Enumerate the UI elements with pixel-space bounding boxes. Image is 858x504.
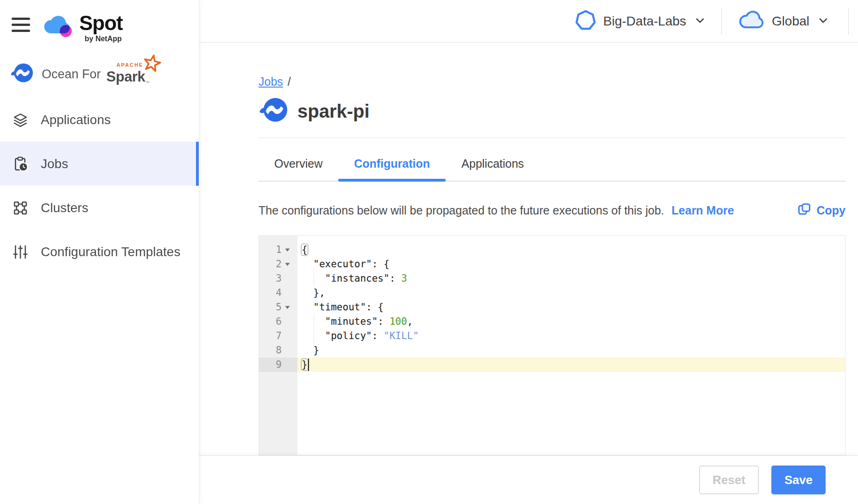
spark-job-icon: [259, 97, 289, 126]
spark-wordmark: Spark: [107, 69, 145, 85]
code-token: ,: [407, 316, 413, 327]
page-title: spark-pi: [297, 101, 370, 122]
spark-star-icon: [140, 52, 164, 76]
indent-guide: [314, 315, 314, 329]
clipboard-clock-icon: [12, 156, 29, 172]
line-number: 1: [276, 243, 282, 257]
ocean-wave-icon: [10, 63, 34, 86]
sidebar-item-jobs[interactable]: Jobs: [0, 142, 199, 186]
gutter-line: 4: [259, 286, 297, 300]
code-line[interactable]: }: [297, 343, 845, 358]
code-line[interactable]: },: [297, 286, 845, 300]
indent-guide: [314, 271, 314, 286]
line-number: 7: [276, 329, 282, 343]
gutter-line: 8: [259, 343, 297, 358]
brand-byline: by NetApp: [85, 35, 122, 43]
fold-caret-icon[interactable]: [284, 262, 290, 266]
app-window: Spot by NetApp Ocean For APACHE Spark™: [0, 0, 858, 504]
save-button[interactable]: Save: [771, 466, 826, 494]
reset-button[interactable]: Reset: [699, 466, 759, 494]
breadcrumb-jobs-link[interactable]: Jobs: [259, 75, 283, 88]
heptagon-icon: [574, 9, 597, 33]
org-selector[interactable]: Big-Data-Labs: [574, 9, 706, 33]
code-token: }: [302, 359, 308, 370]
sidebar-nav: ApplicationsJobsClustersConfiguration Te…: [0, 98, 199, 274]
spot-logo: Spot by NetApp: [44, 14, 123, 43]
footer-action-bar: Reset Save: [199, 455, 858, 504]
line-number: 2: [276, 257, 282, 271]
org-selector-label: Big-Data-Labs: [603, 14, 686, 29]
sidebar-item-applications[interactable]: Applications: [0, 98, 199, 142]
breadcrumb: Jobs/: [259, 75, 845, 88]
code-line[interactable]: "instances": 3: [297, 271, 845, 286]
line-number: 3: [276, 271, 282, 286]
code-token: "timeout": {: [302, 302, 384, 313]
content: Jobs/ spark-pi OverviewConfigurationAppl…: [199, 43, 858, 455]
learn-more-link[interactable]: Learn More: [672, 204, 734, 217]
gutter-line: 2: [259, 257, 297, 271]
description-row: The configurations below will be propaga…: [259, 203, 845, 218]
gutter-line: 6: [259, 315, 297, 329]
tabs: OverviewConfigurationApplications: [259, 138, 845, 182]
code-line[interactable]: "timeout": {: [297, 300, 845, 315]
code-token: 100: [390, 316, 407, 327]
sliders-icon: [12, 244, 29, 260]
fold-caret-icon[interactable]: [284, 248, 290, 252]
code-line[interactable]: "policy": "KILL": [297, 329, 845, 343]
code-line[interactable]: "executor": {: [297, 257, 845, 271]
chevron-down-icon: [818, 15, 829, 28]
breadcrumb-separator: /: [288, 75, 291, 88]
sidebar-item-label: Applications: [41, 113, 111, 127]
editor-code-area[interactable]: { "executor": { "instances": 3 }, "timeo…: [297, 236, 845, 455]
title-row: spark-pi: [259, 97, 845, 126]
line-number: 9: [276, 358, 282, 372]
copy-icon: [798, 203, 811, 218]
trademark-symbol: ™: [145, 80, 150, 85]
hamburger-menu-icon[interactable]: [12, 18, 30, 32]
code-token: "instances":: [302, 273, 401, 284]
copy-button-label: Copy: [817, 204, 846, 217]
json-config-editor[interactable]: 123456789 { "executor": { "instances": 3…: [259, 235, 845, 455]
code-token: "KILL": [384, 330, 419, 341]
brand-row: Spot by NetApp: [0, 0, 199, 43]
line-number: 4: [276, 286, 282, 300]
spot-cloud-icon: [44, 14, 75, 42]
code-token: },: [302, 287, 325, 298]
scope-selector[interactable]: Global: [738, 10, 829, 33]
chevron-down-icon: [694, 15, 706, 28]
text-cursor: [308, 359, 309, 371]
sidebar-item-label: Clusters: [41, 201, 88, 215]
gutter-line: 9: [259, 358, 297, 372]
code-token: 3: [401, 273, 407, 284]
sidebar-item-clusters[interactable]: Clusters: [0, 186, 199, 230]
apache-label: APACHE: [117, 62, 144, 68]
editor-gutter: 123456789: [259, 236, 297, 455]
tab-overview[interactable]: Overview: [259, 157, 338, 181]
product-logo: Ocean For APACHE Spark™: [0, 43, 199, 86]
code-line[interactable]: {: [297, 243, 845, 257]
gutter-line: 1: [259, 243, 297, 257]
indent-guide: [314, 329, 314, 343]
gutter-line: 5: [259, 300, 297, 315]
gutter-line: 7: [259, 329, 297, 343]
clusters-icon: [12, 200, 29, 216]
sidebar-item-label: Jobs: [41, 157, 68, 171]
code-token: "minutes":: [302, 316, 390, 327]
line-number: 8: [276, 343, 282, 358]
gutter-line: 3: [259, 271, 297, 286]
tab-configuration[interactable]: Configuration: [338, 157, 446, 181]
fold-caret-icon[interactable]: [284, 305, 290, 309]
code-token: "executor": {: [302, 258, 390, 270]
code-line[interactable]: }: [297, 358, 845, 372]
sidebar-item-label: Configuration Templates: [41, 245, 180, 259]
header-divider: [721, 8, 722, 35]
scope-selector-label: Global: [772, 14, 809, 29]
copy-button[interactable]: Copy: [798, 203, 846, 218]
code-token: {: [302, 244, 308, 255]
top-bar: Big-Data-Labs Global: [199, 0, 858, 43]
sidebar-item-configuration-templates[interactable]: Configuration Templates: [0, 230, 199, 274]
line-number: 6: [276, 315, 282, 329]
apache-spark-logo: APACHE Spark™: [107, 63, 150, 85]
code-line[interactable]: "minutes": 100,: [297, 315, 845, 329]
tab-applications[interactable]: Applications: [446, 157, 540, 181]
